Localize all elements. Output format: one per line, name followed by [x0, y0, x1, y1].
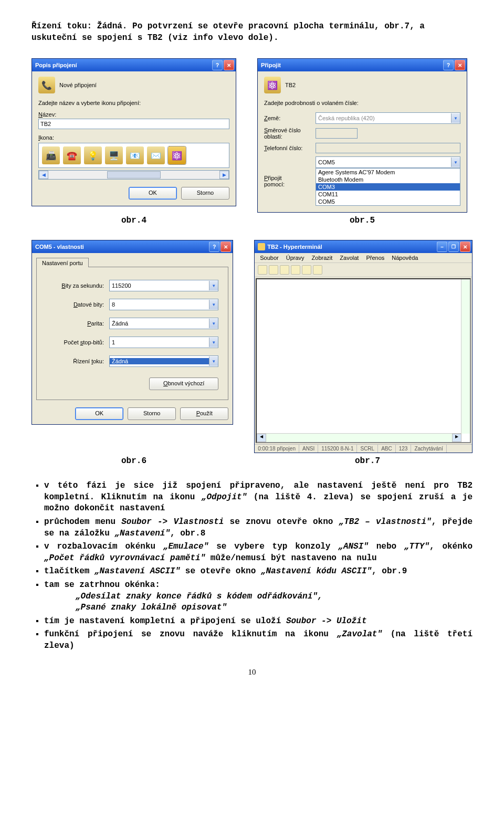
toolbar-new-icon[interactable] [258, 265, 267, 275]
toolbar-disconnect-icon[interactable] [291, 265, 300, 275]
status-time: 0:00:18 připojen [255, 445, 299, 453]
list-item: v rozbalovacím okénku „Emulace" se vyber… [44, 541, 472, 564]
data-bits-label: Datové bity: [46, 301, 104, 308]
dlg4-prompt: Zadejte název a vyberte ikonu připojení: [38, 100, 229, 106]
apply-button[interactable]: Použít [180, 407, 228, 420]
scrollbar-horizontal[interactable]: ◀ ▶ [257, 433, 461, 442]
stop-bits-label: Počet stop-bitů: [46, 339, 104, 345]
close-icon[interactable] [460, 242, 470, 252]
restore-defaults-button[interactable]: OObnovit výchozíbnovit výchozí [149, 377, 218, 390]
statusbar: 0:00:18 připojen ANSI 115200 8-N-1 SCRL … [255, 444, 472, 453]
page-number: 10 [32, 668, 472, 677]
chevron-down-icon[interactable]: ▼ [209, 300, 218, 309]
name-label: NNázev:ázev: [38, 111, 229, 118]
flow-select[interactable]: Žádná▼ [109, 355, 218, 367]
stop-bits-select[interactable]: 1▼ [109, 337, 218, 348]
icon-option[interactable]: 📠 [42, 146, 60, 164]
menu-zavolat[interactable]: Zavolat [337, 254, 362, 261]
scroll-left-icon[interactable]: ◀ [39, 171, 48, 179]
maximize-icon[interactable] [448, 242, 459, 252]
toolbar-call-icon[interactable] [280, 265, 289, 275]
parity-select[interactable]: Žádná▼ [109, 318, 218, 329]
area-input [316, 128, 358, 139]
minimize-icon[interactable] [437, 242, 447, 252]
sub-item: „Psané znaky lokálně opisovat" [76, 603, 227, 612]
notes-list: v této fázi je sice již spojení připrave… [32, 480, 472, 652]
status-port: 115200 8-N-1 [318, 445, 357, 453]
icon-scrollbar[interactable]: ◀ ▶ [38, 170, 229, 180]
caption-obr5: obr.5 [257, 216, 467, 225]
toolbar [255, 263, 472, 277]
toolbar-open-icon[interactable] [269, 265, 278, 275]
caption-obr6: obr.6 [32, 456, 236, 466]
list-item-selected[interactable]: COM3 [316, 183, 460, 191]
menu-soubor[interactable]: Soubor [257, 254, 281, 261]
help-icon[interactable] [212, 60, 223, 70]
list-item: tam se zatrhnou okénka: „Odesílat znaky … [44, 580, 472, 614]
parity-label: Parita: [46, 320, 104, 327]
toolbar-properties-icon[interactable] [313, 265, 322, 275]
icon-option[interactable]: ✉️ [147, 146, 165, 164]
close-icon[interactable] [224, 60, 234, 70]
icon-option[interactable]: ☎️ [63, 146, 81, 164]
list-item[interactable]: Agere Systems AC'97 Modem [316, 169, 460, 176]
toolbar-send-icon[interactable] [302, 265, 311, 275]
chevron-down-icon[interactable]: ▼ [209, 319, 218, 328]
icon-option-selected[interactable]: ⚛️ [168, 146, 186, 164]
connect-using-label: Připojitpomocí: [264, 175, 311, 187]
connection-icon: ⚛️ [264, 77, 281, 93]
ok-button[interactable]: OK [129, 187, 177, 200]
close-icon[interactable] [455, 60, 465, 70]
chevron-down-icon[interactable]: ▼ [209, 338, 218, 347]
dialog-com5-vlastnosti: COM5 - vlastnosti Nastavení portu Bity z… [32, 240, 233, 425]
icon-option[interactable]: 📧 [126, 146, 144, 164]
menu-upravy[interactable]: Úpravy [283, 254, 308, 261]
help-icon[interactable] [209, 242, 219, 252]
country-select: Česká republika (420) ▼ [316, 112, 460, 124]
scrollbar-vertical[interactable] [461, 279, 470, 434]
menu-prenos[interactable]: Přenos [363, 254, 387, 261]
list-item: v této fázi je sice již spojení připrave… [44, 480, 472, 514]
help-icon[interactable] [443, 60, 454, 70]
terminal-area[interactable]: ◀ ▶ [256, 278, 471, 443]
ok-button[interactable]: OK [75, 407, 123, 420]
connect-using-select[interactable]: COM5 ▼ [316, 156, 460, 168]
menubar[interactable]: Soubor Úpravy Zobrazit Zavolat Přenos Ná… [255, 253, 472, 263]
list-item[interactable]: Bluetooth Modem [316, 176, 460, 183]
name-input[interactable] [38, 119, 229, 129]
list-item[interactable]: COM5 [316, 198, 460, 205]
dlg5-title: Připojit [261, 62, 442, 68]
status-abc: ABC [378, 445, 396, 453]
chevron-down-icon[interactable]: ▼ [209, 356, 218, 366]
icon-label: Ikona: [38, 134, 229, 141]
caption-obr4: obr.4 [32, 216, 236, 225]
flow-label: Řízení toku: [46, 358, 104, 364]
menu-zobrazit[interactable]: Zobrazit [309, 254, 336, 261]
dlg7-title: TB2 - Hyperterminál [267, 244, 436, 250]
scroll-thumb[interactable] [107, 171, 161, 178]
connect-options-list[interactable]: Agere Systems AC'97 Modem Bluetooth Mode… [316, 168, 460, 206]
list-item[interactable]: COM11 [316, 191, 460, 198]
icon-option[interactable]: 💡 [84, 146, 102, 164]
caption-obr7: obr.7 [257, 456, 478, 466]
scroll-right-icon[interactable]: ▶ [452, 434, 461, 442]
scroll-right-icon[interactable]: ▶ [219, 171, 229, 179]
chevron-down-icon[interactable]: ▼ [451, 158, 460, 167]
chevron-down-icon[interactable]: ▼ [209, 281, 218, 290]
connection-icon: 📞 [38, 77, 55, 93]
menu-napoveda[interactable]: Nápověda [388, 254, 421, 261]
phone-label: Telefonní číslo: [264, 145, 311, 151]
close-icon[interactable] [220, 242, 231, 252]
cancel-button[interactable]: Storno [181, 187, 229, 200]
scroll-left-icon[interactable]: ◀ [257, 434, 266, 442]
icon-option[interactable]: 🖥️ [105, 146, 123, 164]
bits-select[interactable]: 115200▼ [109, 280, 218, 291]
tab-nastaveni-portu[interactable]: Nastavení portu [36, 258, 89, 267]
cancel-button[interactable]: Storno [128, 407, 176, 420]
data-bits-select[interactable]: 8▼ [109, 299, 218, 310]
dialog-pripojit: Připojit ⚛️ TB2 Zadejte podrobnosti o vo… [257, 58, 467, 213]
icon-picker[interactable]: 📠 ☎️ 💡 🖥️ 📧 ✉️ ⚛️ [38, 143, 229, 168]
status-emulation: ANSI [299, 445, 318, 453]
intro-label: Řízení toku: [32, 22, 92, 31]
intro-text: Řízení toku: Žádná. Po potvrzení se otev… [32, 21, 472, 44]
